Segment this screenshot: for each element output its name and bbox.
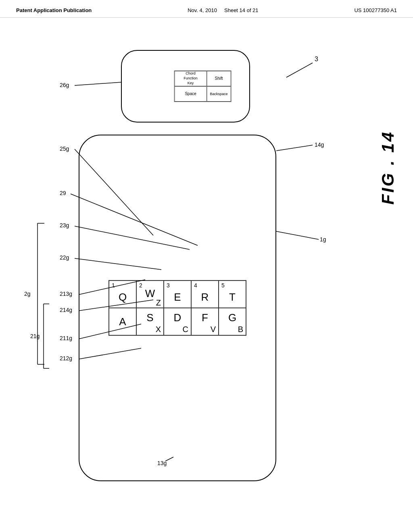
header-date-sheet: Nov. 4, 2010 Sheet 14 of 21 [188,7,258,13]
svg-text:3: 3 [315,56,318,62]
key-t: 5 T [219,281,246,308]
svg-text:29: 29 [60,190,66,196]
key-g-letter: G [228,312,236,323]
device-lower: 1 Q 2 W Z 3 E 4 R [79,135,276,481]
svg-text:25g: 25g [60,145,69,152]
key-a: A [109,308,136,335]
main-content: FIG . 14 ChordFunctionKey Shift Space Ba… [0,18,413,528]
key-w: 2 W Z [136,281,164,308]
key-f: F V [191,308,219,335]
key-g-sub: B [238,325,243,333]
svg-text:2g: 2g [24,291,31,297]
key-t-letter: T [229,292,236,302]
key-e-letter: E [174,292,181,302]
svg-text:22g: 22g [60,254,69,261]
svg-text:1g: 1g [320,236,326,243]
key-d-sub: C [183,325,188,333]
svg-line-5 [276,145,313,151]
key-w-num: 2 [139,283,142,288]
svg-text:213g: 213g [60,291,72,297]
key-e: 3 E [164,281,191,308]
key-w-sub: Z [156,299,161,307]
upper-keyboard: ChordFunctionKey Shift Space Backspace [174,71,232,102]
figure-label: FIG . 14 [378,131,398,205]
svg-text:14g: 14g [315,141,324,148]
key-s-sub: X [156,325,161,333]
key-d: D C [164,308,191,335]
key-q-num: 1 [112,283,115,288]
svg-text:21g: 21g [30,333,40,339]
key-s-letter: S [146,312,153,323]
key-f-sub: V [211,325,216,333]
key-backspace: Backspace [207,86,231,102]
svg-text:26g: 26g [60,82,69,88]
key-w-letter: W [145,288,155,299]
page-header: Patent Application Publication Nov. 4, 2… [0,0,413,18]
key-shift: Shift [207,71,231,86]
key-r-letter: R [201,292,209,302]
key-r: 4 R [191,281,219,308]
device-upper: ChordFunctionKey Shift Space Backspace [121,50,250,123]
svg-text:23g: 23g [60,222,69,229]
key-space: Space [175,86,207,102]
svg-text:211g: 211g [60,335,72,341]
header-date: Nov. 4, 2010 [188,7,217,13]
key-r-num: 4 [194,283,197,288]
header-patent-number: US 100277350 A1 [354,7,397,13]
svg-line-7 [276,231,319,239]
header-publisher: Patent Application Publication [16,7,92,13]
key-f-letter: F [202,312,208,323]
key-e-num: 3 [167,283,170,288]
key-q: 1 Q [109,281,136,308]
key-d-letter: D [174,312,181,323]
key-t-num: 5 [221,283,225,288]
svg-text:212g: 212g [60,355,72,362]
key-chord-function: ChordFunctionKey [175,71,207,86]
header-sheet: Sheet 14 of 21 [224,7,259,13]
key-g: G B [219,308,246,335]
key-s: S X [136,308,164,335]
svg-line-1 [286,63,313,77]
svg-line-3 [75,82,121,85]
key-a-letter: A [119,316,126,327]
lower-keyboard: 1 Q 2 W Z 3 E 4 R [108,280,246,336]
key-q-letter: Q [119,292,127,302]
svg-text:214g: 214g [60,307,72,313]
